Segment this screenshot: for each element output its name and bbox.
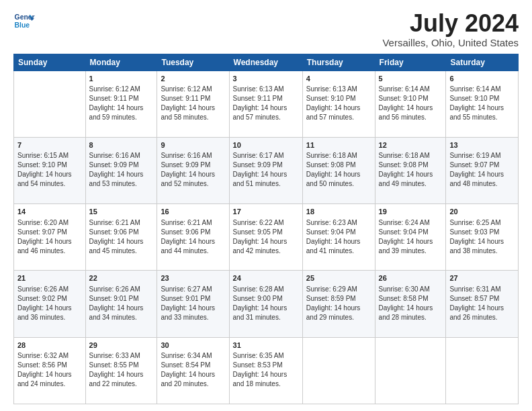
day-number: 16 <box>161 207 225 217</box>
calendar-cell: 25Sunrise: 6:29 AMSunset: 8:59 PMDayligh… <box>302 271 375 337</box>
day-info: Sunrise: 6:22 AMSunset: 9:05 PMDaylight:… <box>233 218 299 256</box>
day-number: 17 <box>233 207 299 217</box>
header-tuesday: Tuesday <box>157 54 229 71</box>
day-number: 8 <box>89 140 154 150</box>
calendar-cell: 19Sunrise: 6:24 AMSunset: 9:04 PMDayligh… <box>375 204 446 271</box>
calendar-cell: 11Sunrise: 6:18 AMSunset: 9:08 PMDayligh… <box>302 137 375 203</box>
day-info: Sunrise: 6:21 AMSunset: 9:06 PMDaylight:… <box>89 218 154 256</box>
calendar-cell: 23Sunrise: 6:27 AMSunset: 9:01 PMDayligh… <box>157 271 229 337</box>
calendar-cell: 18Sunrise: 6:23 AMSunset: 9:04 PMDayligh… <box>302 204 375 271</box>
day-number: 24 <box>233 273 299 283</box>
day-number: 30 <box>161 340 225 351</box>
calendar-cell: 30Sunrise: 6:34 AMSunset: 8:54 PMDayligh… <box>157 337 229 404</box>
day-info: Sunrise: 6:14 AMSunset: 9:10 PMDaylight:… <box>379 85 443 122</box>
day-info: Sunrise: 6:15 AMSunset: 9:10 PMDaylight:… <box>17 151 82 189</box>
svg-text:Blue: Blue <box>15 21 30 29</box>
page: General Blue July 2024 Versailles, Ohio,… <box>0 0 532 411</box>
calendar-cell: 20Sunrise: 6:25 AMSunset: 9:03 PMDayligh… <box>446 204 519 271</box>
calendar-cell: 31Sunrise: 6:35 AMSunset: 8:53 PMDayligh… <box>229 337 302 404</box>
day-number: 25 <box>306 273 371 283</box>
calendar-cell: 1Sunrise: 6:12 AMSunset: 9:11 PMDaylight… <box>85 71 157 137</box>
day-info: Sunrise: 6:23 AMSunset: 9:04 PMDaylight:… <box>306 218 371 256</box>
day-number: 11 <box>306 140 371 150</box>
header-wednesday: Wednesday <box>229 54 302 71</box>
calendar-week-4: 21Sunrise: 6:26 AMSunset: 9:02 PMDayligh… <box>14 271 519 337</box>
calendar-cell: 13Sunrise: 6:19 AMSunset: 9:07 PMDayligh… <box>446 137 519 203</box>
day-info: Sunrise: 6:32 AMSunset: 8:56 PMDaylight:… <box>17 351 82 389</box>
day-info: Sunrise: 6:16 AMSunset: 9:09 PMDaylight:… <box>89 151 154 189</box>
calendar-cell: 6Sunrise: 6:14 AMSunset: 9:10 PMDaylight… <box>446 71 519 137</box>
title-block: July 2024 Versailles, Ohio, United State… <box>382 10 519 48</box>
calendar-cell: 4Sunrise: 6:13 AMSunset: 9:10 PMDaylight… <box>302 71 375 137</box>
day-number: 5 <box>379 74 443 84</box>
calendar-cell: 12Sunrise: 6:18 AMSunset: 9:08 PMDayligh… <box>375 137 446 203</box>
day-info: Sunrise: 6:20 AMSunset: 9:07 PMDaylight:… <box>17 218 82 256</box>
day-number: 13 <box>449 140 515 150</box>
day-number: 23 <box>161 273 225 283</box>
calendar-cell <box>302 337 375 404</box>
day-info: Sunrise: 6:25 AMSunset: 9:03 PMDaylight:… <box>449 218 515 256</box>
calendar-cell: 10Sunrise: 6:17 AMSunset: 9:09 PMDayligh… <box>229 137 302 203</box>
day-number: 2 <box>161 74 225 84</box>
day-number: 3 <box>233 74 299 84</box>
day-number: 1 <box>89 74 154 84</box>
calendar-header-row: SundayMondayTuesdayWednesdayThursdayFrid… <box>14 54 519 71</box>
subtitle: Versailles, Ohio, United States <box>382 37 519 48</box>
header-thursday: Thursday <box>302 54 375 71</box>
day-number: 20 <box>449 207 515 217</box>
logo: General Blue <box>13 10 35 32</box>
calendar-cell: 26Sunrise: 6:30 AMSunset: 8:58 PMDayligh… <box>375 271 446 337</box>
day-number: 4 <box>306 74 371 84</box>
day-number: 26 <box>379 273 443 283</box>
day-number: 6 <box>449 74 515 84</box>
calendar-week-3: 14Sunrise: 6:20 AMSunset: 9:07 PMDayligh… <box>14 204 519 271</box>
day-number: 22 <box>89 273 154 283</box>
header-friday: Friday <box>375 54 446 71</box>
day-number: 31 <box>233 340 299 351</box>
day-number: 7 <box>17 140 82 150</box>
day-number: 21 <box>17 273 82 283</box>
day-number: 27 <box>449 273 515 283</box>
header-sunday: Sunday <box>14 54 86 71</box>
calendar-week-1: 1Sunrise: 6:12 AMSunset: 9:11 PMDaylight… <box>14 71 519 137</box>
calendar-cell: 14Sunrise: 6:20 AMSunset: 9:07 PMDayligh… <box>14 204 86 271</box>
day-info: Sunrise: 6:27 AMSunset: 9:01 PMDaylight:… <box>161 285 225 322</box>
header-saturday: Saturday <box>446 54 519 71</box>
calendar-cell: 5Sunrise: 6:14 AMSunset: 9:10 PMDaylight… <box>375 71 446 137</box>
day-info: Sunrise: 6:16 AMSunset: 9:09 PMDaylight:… <box>161 151 225 189</box>
day-info: Sunrise: 6:18 AMSunset: 9:08 PMDaylight:… <box>379 151 443 189</box>
calendar-cell <box>375 337 446 404</box>
day-info: Sunrise: 6:34 AMSunset: 8:54 PMDaylight:… <box>161 351 225 389</box>
day-number: 12 <box>379 140 443 150</box>
day-number: 29 <box>89 340 154 351</box>
calendar-cell: 21Sunrise: 6:26 AMSunset: 9:02 PMDayligh… <box>14 271 86 337</box>
day-info: Sunrise: 6:31 AMSunset: 8:57 PMDaylight:… <box>449 285 515 322</box>
day-info: Sunrise: 6:17 AMSunset: 9:09 PMDaylight:… <box>233 151 299 189</box>
day-info: Sunrise: 6:18 AMSunset: 9:08 PMDaylight:… <box>306 151 371 189</box>
main-title: July 2024 <box>382 10 519 37</box>
calendar-cell <box>446 337 519 404</box>
header-monday: Monday <box>85 54 157 71</box>
day-number: 19 <box>379 207 443 217</box>
day-info: Sunrise: 6:26 AMSunset: 9:01 PMDaylight:… <box>89 285 154 322</box>
day-info: Sunrise: 6:13 AMSunset: 9:11 PMDaylight:… <box>233 85 299 122</box>
calendar-cell: 15Sunrise: 6:21 AMSunset: 9:06 PMDayligh… <box>85 204 157 271</box>
calendar-cell: 22Sunrise: 6:26 AMSunset: 9:01 PMDayligh… <box>85 271 157 337</box>
calendar-cell: 7Sunrise: 6:15 AMSunset: 9:10 PMDaylight… <box>14 137 86 203</box>
day-info: Sunrise: 6:12 AMSunset: 9:11 PMDaylight:… <box>161 85 225 122</box>
day-number: 10 <box>233 140 299 150</box>
calendar-table: SundayMondayTuesdayWednesdayThursdayFrid… <box>13 54 519 404</box>
calendar-cell: 17Sunrise: 6:22 AMSunset: 9:05 PMDayligh… <box>229 204 302 271</box>
day-number: 28 <box>17 340 82 351</box>
day-info: Sunrise: 6:35 AMSunset: 8:53 PMDaylight:… <box>233 351 299 389</box>
calendar-cell: 27Sunrise: 6:31 AMSunset: 8:57 PMDayligh… <box>446 271 519 337</box>
day-info: Sunrise: 6:28 AMSunset: 9:00 PMDaylight:… <box>233 285 299 322</box>
calendar-cell <box>14 71 86 137</box>
calendar-cell: 2Sunrise: 6:12 AMSunset: 9:11 PMDaylight… <box>157 71 229 137</box>
calendar-week-2: 7Sunrise: 6:15 AMSunset: 9:10 PMDaylight… <box>14 137 519 203</box>
day-info: Sunrise: 6:29 AMSunset: 8:59 PMDaylight:… <box>306 285 371 322</box>
day-info: Sunrise: 6:30 AMSunset: 8:58 PMDaylight:… <box>379 285 443 322</box>
calendar-cell: 28Sunrise: 6:32 AMSunset: 8:56 PMDayligh… <box>14 337 86 404</box>
calendar-cell: 8Sunrise: 6:16 AMSunset: 9:09 PMDaylight… <box>85 137 157 203</box>
day-info: Sunrise: 6:19 AMSunset: 9:07 PMDaylight:… <box>449 151 515 189</box>
